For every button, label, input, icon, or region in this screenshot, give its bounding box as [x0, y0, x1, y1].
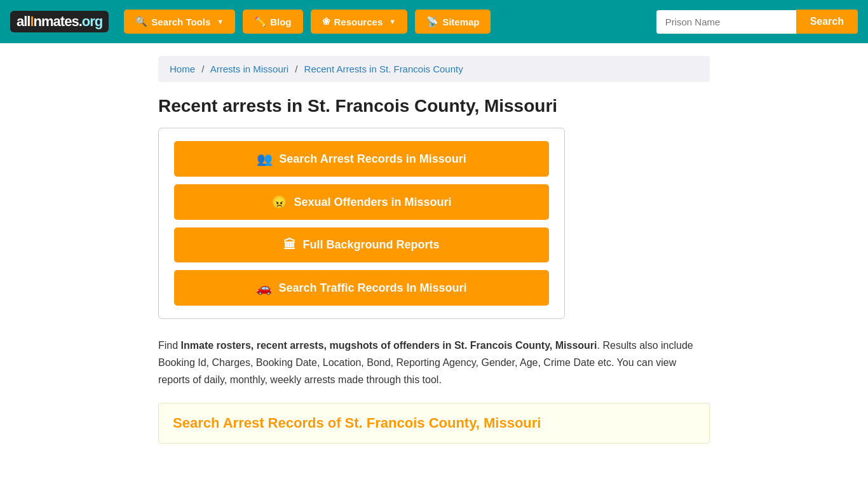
- breadcrumb-current: Recent Arrests in St. Francois County: [304, 64, 463, 74]
- resources-label: Resources: [334, 17, 383, 27]
- search-button-label: Search: [810, 16, 844, 27]
- resources-button[interactable]: ❀ Resources ▼: [311, 10, 408, 34]
- blog-button[interactable]: ✏️ Blog: [243, 10, 302, 34]
- arrest-records-label: Search Arrest Records in Missouri: [279, 152, 466, 166]
- background-reports-icon: 🏛: [283, 238, 296, 252]
- sitemap-icon: 📡: [426, 16, 438, 27]
- sexual-offenders-button[interactable]: 😠 Sexual Offenders in Missouri: [174, 184, 549, 220]
- search-tools-button[interactable]: 🔍 Search Tools ▼: [124, 10, 235, 34]
- sitemap-label: Sitemap: [442, 17, 479, 27]
- action-box: 👥 Search Arrest Records in Missouri 😠 Se…: [158, 128, 565, 319]
- search-area: Search: [656, 10, 858, 34]
- blog-label: Blog: [270, 17, 291, 27]
- page-title: Recent arrests in St. Francois County, M…: [158, 96, 710, 116]
- description-bold: Inmate rosters, recent arrests, mugshots…: [181, 340, 597, 351]
- navbar: allInmates.org 🔍 Search Tools ▼ ✏️ Blog …: [0, 0, 868, 43]
- resources-arrow-icon: ▼: [389, 18, 396, 25]
- background-reports-button[interactable]: 🏛 Full Background Reports: [174, 227, 549, 262]
- search-tools-icon: 🔍: [135, 16, 147, 27]
- sitemap-button[interactable]: 📡 Sitemap: [415, 10, 491, 34]
- sexual-offenders-icon: 😠: [271, 194, 287, 210]
- search-arrest-records-button[interactable]: 👥 Search Arrest Records in Missouri: [174, 141, 549, 177]
- breadcrumb-arrests[interactable]: Arrests in Missouri: [210, 64, 288, 74]
- logo[interactable]: allInmates.org: [10, 11, 109, 32]
- traffic-records-label: Search Traffic Records In Missouri: [278, 281, 466, 295]
- traffic-records-icon: 🚗: [256, 280, 272, 295]
- page-content: Home / Arrests in Missouri / Recent Arre…: [148, 43, 720, 456]
- search-input[interactable]: [656, 10, 796, 34]
- traffic-records-button[interactable]: 🚗 Search Traffic Records In Missouri: [174, 270, 549, 306]
- breadcrumb: Home / Arrests in Missouri / Recent Arre…: [158, 56, 710, 82]
- description-prefix: Find: [158, 340, 181, 351]
- background-reports-label: Full Background Reports: [302, 238, 439, 252]
- sexual-offenders-label: Sexual Offenders in Missouri: [294, 196, 451, 209]
- breadcrumb-sep1: /: [201, 64, 204, 74]
- arrest-records-icon: 👥: [257, 151, 273, 166]
- breadcrumb-home[interactable]: Home: [170, 64, 195, 74]
- search-button[interactable]: Search: [796, 10, 858, 34]
- resources-icon: ❀: [322, 16, 330, 27]
- breadcrumb-sep2: /: [295, 64, 297, 74]
- description: Find Inmate rosters, recent arrests, mug…: [158, 337, 710, 389]
- bottom-search-title: Search Arrest Records of St. Francois Co…: [173, 415, 695, 431]
- bottom-search-section: Search Arrest Records of St. Francois Co…: [158, 403, 710, 444]
- search-tools-label: Search Tools: [151, 17, 210, 27]
- search-tools-arrow-icon: ▼: [217, 18, 224, 25]
- blog-icon: ✏️: [254, 16, 266, 27]
